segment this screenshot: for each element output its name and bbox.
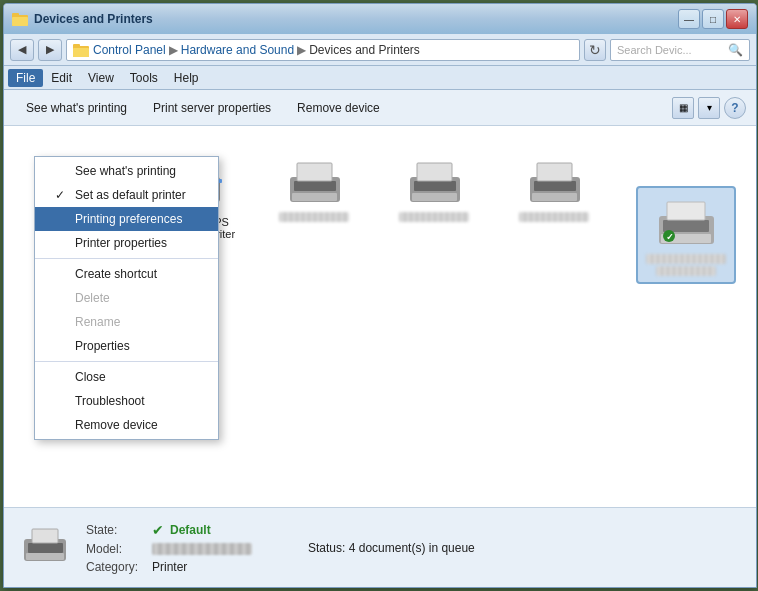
printer-blurred3-icon-wrap xyxy=(519,152,589,212)
search-placeholder: Search Devic... xyxy=(617,44,692,56)
remove-device-button[interactable]: Remove device xyxy=(285,97,392,119)
svg-rect-33 xyxy=(667,202,705,220)
svg-rect-24 xyxy=(412,193,457,201)
ctx-create-shortcut[interactable]: Create shortcut xyxy=(35,262,218,286)
help-button[interactable]: ? xyxy=(724,97,746,119)
view-toggle-button[interactable]: ▦ xyxy=(672,97,694,119)
state-label: State: xyxy=(86,523,146,537)
ctx-troubleshoot[interactable]: Troubleshoot xyxy=(35,389,218,413)
svg-rect-5 xyxy=(73,44,80,48)
maximize-button[interactable]: □ xyxy=(702,9,724,29)
ctx-delete: Delete xyxy=(35,286,218,310)
list-item[interactable] xyxy=(384,146,484,228)
print-server-button[interactable]: Print server properties xyxy=(141,97,283,119)
menu-bar: File Edit View Tools Help xyxy=(4,66,756,90)
status-printer-icon xyxy=(20,523,70,573)
category-label: Category: xyxy=(86,560,146,574)
status-label: Status: xyxy=(308,541,345,555)
status-bar: State: ✔ Default Model: Category: Printe… xyxy=(4,507,756,587)
category-value: Printer xyxy=(152,560,187,574)
status-queue-text: 4 document(s) in queue xyxy=(349,541,475,555)
svg-rect-20 xyxy=(292,193,337,201)
status-info: State: ✔ Default Model: Category: Printe… xyxy=(86,522,252,574)
refresh-button[interactable]: ↻ xyxy=(584,39,606,61)
ctx-sep2 xyxy=(35,361,218,362)
toolbar: See what's printing Print server propert… xyxy=(4,90,756,126)
state-value: Default xyxy=(170,523,211,537)
ctx-rename: Rename xyxy=(35,310,218,334)
printer-blurred1-icon-wrap xyxy=(279,152,349,212)
list-item[interactable]: ✓ xyxy=(636,186,736,284)
svg-rect-21 xyxy=(297,163,332,181)
ctx-properties[interactable]: Properties xyxy=(35,334,218,358)
svg-rect-37 xyxy=(28,543,63,553)
svg-rect-27 xyxy=(534,181,576,191)
ctx-remove-device[interactable]: Remove device xyxy=(35,413,218,437)
see-whats-printing-button[interactable]: See what's printing xyxy=(14,97,139,119)
svg-rect-19 xyxy=(294,181,336,191)
minimize-button[interactable]: — xyxy=(678,9,700,29)
menu-view[interactable]: View xyxy=(80,69,122,87)
window-title: Devices and Printers xyxy=(34,12,153,26)
svg-rect-23 xyxy=(414,181,456,191)
list-item[interactable] xyxy=(504,146,604,228)
close-button[interactable]: ✕ xyxy=(726,9,748,29)
context-menu: See what's printing ✓ Set as default pri… xyxy=(34,156,219,440)
printer-selected-icon-wrap: ✓ xyxy=(651,194,721,254)
search-bar[interactable]: Search Devic... 🔍 xyxy=(610,39,750,61)
svg-rect-2 xyxy=(12,13,19,17)
svg-rect-25 xyxy=(417,163,452,181)
menu-help[interactable]: Help xyxy=(166,69,207,87)
list-item[interactable] xyxy=(264,146,364,228)
model-label: Model: xyxy=(86,542,146,556)
status-model-row: Model: xyxy=(86,542,252,556)
svg-rect-29 xyxy=(537,163,572,181)
svg-rect-28 xyxy=(532,193,577,201)
breadcrumb-hardware[interactable]: Hardware and Sound xyxy=(181,43,294,57)
ctx-see-whats-printing[interactable]: See what's printing xyxy=(35,159,218,183)
breadcrumb: Control Panel ▶ Hardware and Sound ▶ Dev… xyxy=(66,39,580,61)
content-area: Fax Microsoft XPSDocument Writer xyxy=(4,126,756,507)
printer-selected-sublabel xyxy=(656,266,716,276)
menu-edit[interactable]: Edit xyxy=(43,69,80,87)
svg-rect-39 xyxy=(32,529,58,543)
printer-blurred1-label xyxy=(279,212,349,222)
printer-blurred3-label xyxy=(519,212,589,222)
menu-file[interactable]: File xyxy=(8,69,43,87)
back-button[interactable]: ◀ xyxy=(10,39,34,61)
svg-rect-38 xyxy=(26,553,64,560)
printer-selected-label xyxy=(646,254,726,264)
status-category-row: Category: Printer xyxy=(86,560,252,574)
svg-text:✓: ✓ xyxy=(666,232,674,242)
main-window: Devices and Printers — □ ✕ ◀ ▶ Control P… xyxy=(3,3,757,588)
breadcrumb-current: Devices and Printers xyxy=(309,43,420,57)
address-bar: ◀ ▶ Control Panel ▶ Hardware and Sound ▶… xyxy=(4,34,756,66)
printer-blurred2-icon xyxy=(402,155,467,210)
status-right: Status: 4 document(s) in queue xyxy=(308,541,475,555)
printer-blurred2-icon-wrap xyxy=(399,152,469,212)
title-bar: Devices and Printers — □ ✕ xyxy=(4,4,756,34)
model-value xyxy=(152,543,252,555)
ctx-printer-properties[interactable]: Printer properties xyxy=(35,231,218,255)
ctx-set-default[interactable]: ✓ Set as default printer xyxy=(35,183,218,207)
forward-button[interactable]: ▶ xyxy=(38,39,62,61)
printer-blurred1-icon xyxy=(282,155,347,210)
ctx-close[interactable]: Close xyxy=(35,365,218,389)
svg-rect-4 xyxy=(73,48,89,57)
printer-selected-icon: ✓ xyxy=(651,194,721,254)
ctx-printing-preferences[interactable]: Printing preferences xyxy=(35,207,218,231)
status-state-row: State: ✔ Default xyxy=(86,522,252,538)
default-check-icon: ✔ xyxy=(152,522,164,538)
menu-tools[interactable]: Tools xyxy=(122,69,166,87)
view-dropdown-button[interactable]: ▾ xyxy=(698,97,720,119)
toolbar-right: ▦ ▾ ? xyxy=(672,97,746,119)
search-icon: 🔍 xyxy=(728,43,743,57)
printer-blurred2-label xyxy=(399,212,469,222)
ctx-sep1 xyxy=(35,258,218,259)
svg-rect-1 xyxy=(12,17,28,26)
window-icon xyxy=(12,11,28,27)
breadcrumb-control-panel[interactable]: Control Panel xyxy=(93,43,166,57)
window-controls: — □ ✕ xyxy=(678,9,748,29)
folder-icon xyxy=(73,42,89,58)
printer-blurred3-icon xyxy=(522,155,587,210)
